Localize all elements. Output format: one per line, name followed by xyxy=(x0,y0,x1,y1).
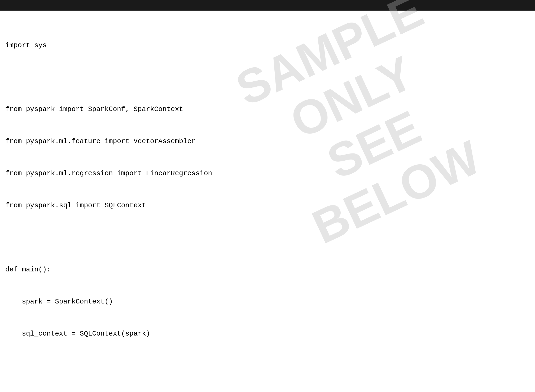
code-line xyxy=(5,72,530,82)
code-line: import sys xyxy=(5,40,530,51)
code-line: from pyspark.ml.feature import VectorAss… xyxy=(5,136,530,147)
code-line: from pyspark.sql import SQLContext xyxy=(5,200,530,211)
top-bar xyxy=(0,0,535,11)
code-line: from pyspark.ml.regression import Linear… xyxy=(5,168,530,179)
code-line: spark = SparkContext() xyxy=(5,296,530,307)
code-line: sql_context = SQLContext(spark) xyxy=(5,328,530,339)
code-editor: import sys from pyspark import SparkConf… xyxy=(0,11,535,392)
code-line xyxy=(5,360,530,371)
code-line: from pyspark import SparkConf, SparkCont… xyxy=(5,104,530,114)
code-line: def main(): xyxy=(5,264,530,275)
code-line xyxy=(5,232,530,243)
